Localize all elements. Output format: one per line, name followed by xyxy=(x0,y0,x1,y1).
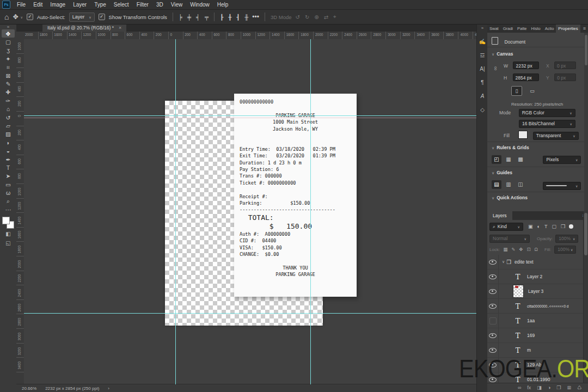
visibility-cell[interactable] xyxy=(487,328,499,342)
collapse-toolbar-icon[interactable]: » xyxy=(7,24,9,29)
delete-layer-icon[interactable]: ♺ xyxy=(577,385,581,390)
status-chevron-icon[interactable]: › xyxy=(108,386,109,391)
new-group-icon[interactable]: ❒ xyxy=(556,385,561,390)
filter-pixel-layers-icon[interactable]: ▣ xyxy=(528,224,533,229)
layer-effects-icon[interactable]: fx xyxy=(527,385,531,390)
grid-icon[interactable]: ▦ xyxy=(504,155,513,164)
color-swatches[interactable] xyxy=(2,217,14,229)
marquee-tool[interactable]: ▢ xyxy=(2,38,15,46)
units-dropdown[interactable]: Pixels ∨ xyxy=(543,156,581,164)
gradient-tool[interactable]: ▨ xyxy=(2,130,15,138)
tab-patte[interactable]: Patte xyxy=(515,24,529,33)
document-tab[interactable]: Italy id.psd @ 20.7% (RGB/16) * × xyxy=(42,24,126,32)
3d-orbit-icon[interactable]: ↺ xyxy=(296,14,300,20)
link-layers-icon[interactable]: ∞ xyxy=(518,385,521,390)
vertical-guide[interactable] xyxy=(310,39,311,384)
layer-name[interactable]: citta0000000..<<<<<<<0 d xyxy=(527,304,568,308)
healing-brush-tool[interactable]: ✚ xyxy=(2,88,15,96)
tab-gradi[interactable]: Gradi xyxy=(501,24,515,33)
layer-name[interactable]: edite text xyxy=(514,259,534,265)
horizontal-ruler[interactable]: 2000180016001400120010008006004002000200… xyxy=(24,32,476,40)
receipt-document[interactable]: 000000000000PARKING GARAGE1000 Main Stre… xyxy=(234,94,357,297)
layer-name[interactable]: Layer 2 xyxy=(527,274,542,279)
menu-view[interactable]: View xyxy=(167,2,187,8)
path-select-tool[interactable]: ➤ xyxy=(2,172,15,180)
horizontal-guide[interactable] xyxy=(24,115,476,116)
visibility-cell[interactable] xyxy=(487,314,499,328)
blend-mode-dropdown[interactable]: Normal ∨ xyxy=(489,235,530,243)
eye-icon[interactable] xyxy=(489,260,497,265)
margin-guide[interactable] xyxy=(24,118,476,118)
eraser-tool[interactable]: ▱ xyxy=(2,121,15,130)
filter-kind-dropdown[interactable]: ⌕ Kind ∨ xyxy=(489,223,523,231)
3d-slide-icon[interactable]: ⇄ xyxy=(324,14,328,20)
blur-tool[interactable]: ◗ xyxy=(2,138,15,146)
visibility-cell[interactable] xyxy=(487,255,499,269)
menu-layer[interactable]: Layer xyxy=(69,2,90,8)
foreground-color-swatch[interactable] xyxy=(2,217,10,224)
tool-preset-caret-icon[interactable]: ∨ xyxy=(21,15,23,19)
crop-tool[interactable]: ⌗ xyxy=(2,63,15,71)
canvas-section-header[interactable]: ∨Canvas xyxy=(492,51,584,57)
shape-tool[interactable]: ▭ xyxy=(2,180,15,188)
distribute-gap-icon[interactable]: ╫ xyxy=(244,14,248,20)
link-dimensions-icon[interactable]: ∞ xyxy=(493,66,499,71)
visibility-cell[interactable] xyxy=(487,270,499,284)
layer-row[interactable]: ∨❒edite text xyxy=(487,255,588,270)
layer-mask-icon[interactable]: ◨ xyxy=(537,385,542,390)
menu-type[interactable]: Type xyxy=(90,2,110,8)
quick-mask-icon[interactable]: ◧ xyxy=(2,230,15,238)
dodge-tool[interactable]: ◒ xyxy=(2,146,15,155)
menu-window[interactable]: Window xyxy=(186,2,213,8)
frame-tool[interactable]: ⊠ xyxy=(2,71,15,79)
lock-artboard-icon[interactable]: ⊡ xyxy=(526,247,530,252)
filter-adjustment-layers-icon[interactable]: ◐ xyxy=(537,224,540,229)
distribute-right-icon[interactable]: ┨ xyxy=(236,14,240,20)
new-layer-icon[interactable]: ⊞ xyxy=(567,385,571,390)
3d-roll-icon[interactable]: ↻ xyxy=(305,14,309,20)
lock-position-icon[interactable]: ✥ xyxy=(519,247,523,252)
bit-depth-dropdown[interactable]: 16 Bits/Channel ∨ xyxy=(519,120,575,128)
layer-name[interactable]: Layer 3 xyxy=(528,289,543,294)
more-tools[interactable]: ⋯ xyxy=(2,205,15,213)
screen-mode-icon[interactable]: ◱ xyxy=(2,240,15,247)
history-panel-icon[interactable]: ✍ xyxy=(479,39,486,45)
tab-histo[interactable]: Histo xyxy=(529,24,543,33)
layer-row[interactable]: T169 xyxy=(487,328,588,343)
filter-toggle-icon[interactable] xyxy=(569,224,573,229)
menu-file[interactable]: File xyxy=(13,2,29,8)
menu-filter[interactable]: Filter xyxy=(133,2,152,8)
zoom-tool[interactable]: ⌕ xyxy=(2,197,15,205)
collapse-panels-icon[interactable]: » xyxy=(481,25,483,32)
hidden-layer-box[interactable] xyxy=(489,317,497,324)
more-align-options-icon[interactable]: ••• xyxy=(252,13,259,21)
align-right-icon[interactable]: ╡ xyxy=(196,14,200,20)
show-transform-checkbox[interactable]: ✓ xyxy=(99,14,105,20)
auto-select-target-dropdown[interactable]: Layer ∨ xyxy=(69,13,95,22)
move-tool-icon[interactable]: ✥ xyxy=(13,13,18,21)
auto-select-checkbox[interactable]: ✓ xyxy=(27,14,33,20)
fill-color-swatch[interactable] xyxy=(518,131,528,139)
visibility-cell[interactable] xyxy=(487,284,499,298)
menu-image[interactable]: Image xyxy=(46,2,69,8)
landscape-orientation-button[interactable]: ▭ xyxy=(526,86,537,96)
portrait-orientation-button[interactable]: ▯ xyxy=(511,86,522,96)
layer-row[interactable]: Layer 3 xyxy=(487,284,588,299)
layer-row[interactable]: Tcitta0000000..<<<<<<<0 d xyxy=(487,299,588,314)
opacity-dropdown[interactable]: 100% ∨ xyxy=(555,235,578,243)
type-tool[interactable]: T xyxy=(2,163,15,171)
pixel-grid-icon[interactable]: ▩ xyxy=(516,155,525,164)
eye-icon[interactable] xyxy=(489,274,497,279)
layer-row[interactable]: T1aa xyxy=(487,314,588,328)
canvas-viewport[interactable]: 000000000000PARKING GARAGE1000 Main Stre… xyxy=(24,39,476,384)
quick-actions-section-header[interactable]: ∨Quick Actions xyxy=(492,195,584,200)
width-input[interactable]: 2232 px xyxy=(513,62,539,69)
libraries-panel-icon[interactable]: ◇ xyxy=(480,107,485,113)
distribute-left-icon[interactable]: ┠ xyxy=(220,14,223,20)
align-left-icon[interactable]: ╞ xyxy=(179,14,182,20)
zoom-level[interactable]: 20.66% xyxy=(22,386,36,391)
align-top-icon[interactable]: ╤ xyxy=(205,14,209,20)
3d-pan-icon[interactable]: ⊕ xyxy=(314,14,318,20)
eye-icon[interactable] xyxy=(489,289,497,294)
panel-menu-icon[interactable]: ≡ xyxy=(580,24,588,33)
